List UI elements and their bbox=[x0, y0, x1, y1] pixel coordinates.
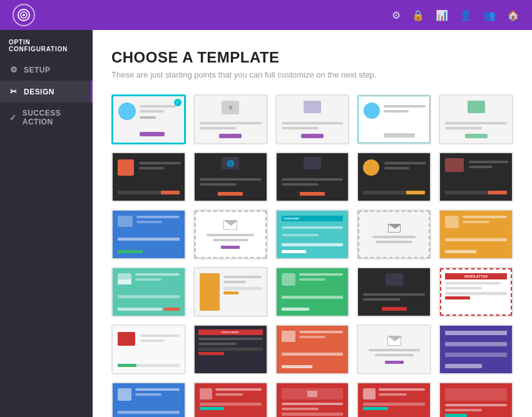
template-card-12[interactable] bbox=[193, 209, 268, 259]
template-card-26[interactable] bbox=[111, 382, 186, 417]
home-icon[interactable]: 🏠 bbox=[507, 9, 519, 21]
template-card-1[interactable]: ✓ bbox=[111, 94, 186, 144]
page-title: Choose a Template bbox=[111, 49, 513, 66]
user-icon[interactable]: 👤 bbox=[459, 9, 472, 21]
template-grid: ✓ 🖥 bbox=[111, 94, 513, 417]
template-card-30[interactable] bbox=[439, 382, 513, 417]
template-card-10[interactable] bbox=[439, 152, 513, 202]
chart-icon[interactable]: 📊 bbox=[436, 9, 448, 21]
template-card-8[interactable] bbox=[275, 152, 350, 202]
template-card-3[interactable] bbox=[275, 94, 350, 144]
template-card-4[interactable] bbox=[357, 94, 431, 144]
template-card-21[interactable] bbox=[111, 324, 186, 374]
header-icons: ⚙ 🔒 📊 👤 👥 🏠 bbox=[392, 9, 519, 21]
sidebar-section-label: Optin Configuration bbox=[0, 30, 93, 59]
sidebar-item-setup[interactable]: ⚙ Setup bbox=[0, 59, 93, 81]
check-icon: ✓ bbox=[9, 113, 18, 123]
sidebar-item-success-label: Success Action bbox=[23, 109, 84, 126]
lock-icon[interactable]: 🔒 bbox=[412, 9, 424, 21]
users-icon[interactable]: 👥 bbox=[483, 9, 496, 21]
template-card-23[interactable] bbox=[275, 324, 350, 374]
top-header: ⚙ 🔒 📊 👤 👥 🏠 bbox=[0, 0, 532, 30]
sidebar-item-setup-label: Setup bbox=[24, 66, 50, 74]
template-card-17[interactable] bbox=[193, 267, 268, 317]
svg-point-2 bbox=[23, 14, 25, 16]
main-layout: Optin Configuration ⚙ Setup ✂ Design ✓ S… bbox=[0, 30, 532, 417]
template-card-5[interactable] bbox=[439, 94, 513, 144]
template-card-11[interactable] bbox=[111, 209, 186, 259]
template-card-6[interactable] bbox=[111, 152, 186, 202]
sidebar-item-design[interactable]: ✂ Design bbox=[0, 81, 93, 103]
template-card-9[interactable] bbox=[357, 152, 431, 202]
template-card-2[interactable]: 🖥 bbox=[193, 94, 268, 144]
template-card-7[interactable]: 🌐 bbox=[193, 152, 268, 202]
sidebar-item-success-action[interactable]: ✓ Success Action bbox=[0, 103, 93, 133]
sidebar-item-design-label: Design bbox=[24, 88, 54, 96]
logo[interactable] bbox=[13, 4, 35, 26]
sidebar: Optin Configuration ⚙ Setup ✂ Design ✓ S… bbox=[0, 30, 93, 417]
template-card-22[interactable]: SUBSCRIBE! bbox=[193, 324, 268, 374]
template-card-14[interactable] bbox=[357, 209, 431, 259]
template-card-15[interactable] bbox=[439, 209, 513, 259]
template-card-19[interactable] bbox=[357, 267, 431, 317]
template-card-28[interactable] bbox=[275, 382, 350, 417]
content-area: Choose a Template These are just startin… bbox=[93, 30, 532, 417]
settings-icon[interactable]: ⚙ bbox=[392, 9, 401, 21]
setup-icon: ⚙ bbox=[9, 65, 19, 74]
template-card-27[interactable] bbox=[193, 382, 268, 417]
template-card-13[interactable]: SUBSCRIBE! bbox=[275, 209, 350, 259]
template-card-24[interactable] bbox=[357, 324, 431, 374]
design-icon: ✂ bbox=[9, 87, 19, 96]
template-card-25[interactable] bbox=[439, 324, 513, 374]
template-card-29[interactable] bbox=[357, 382, 431, 417]
template-card-18[interactable] bbox=[275, 267, 350, 317]
template-card-20[interactable]: NEWSLETTER bbox=[439, 267, 513, 317]
template-card-16[interactable] bbox=[111, 267, 186, 317]
page-subtitle: These are just starting points that you … bbox=[111, 70, 513, 79]
